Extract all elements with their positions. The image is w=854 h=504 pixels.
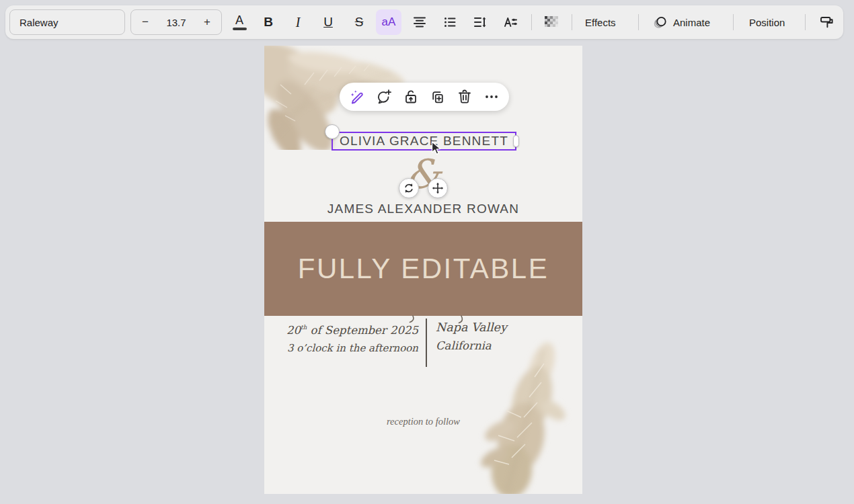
- duplicate-button[interactable]: [424, 83, 451, 111]
- toolbar-divider: [805, 14, 806, 30]
- bride-name-text[interactable]: OLIVIA GRACE BENNETT: [340, 134, 508, 149]
- transparency-button[interactable]: [539, 9, 564, 35]
- animate-label: Animate: [673, 17, 710, 28]
- date-line: 20th of September 2025: [286, 319, 418, 339]
- pampas-grass-bottom-right-image[interactable]: [459, 337, 582, 494]
- italic-button[interactable]: I: [285, 9, 311, 35]
- width-resize-handle[interactable]: [513, 135, 519, 147]
- move-handle-button[interactable]: [428, 178, 448, 198]
- time-line: 3 o’clock in the afternoon: [286, 339, 418, 358]
- rotation-handle[interactable]: [325, 124, 340, 139]
- ampersand-text[interactable]: &: [264, 152, 582, 196]
- rotate-handle-button[interactable]: [399, 178, 419, 198]
- position-label: Position: [749, 17, 785, 28]
- fully-editable-banner[interactable]: FULLY EDITABLE: [264, 222, 582, 316]
- animate-icon: [652, 14, 668, 30]
- copy-style-button[interactable]: [814, 9, 839, 35]
- font-size-decrease-button[interactable]: −: [135, 12, 155, 32]
- letter-spacing-icon: [502, 14, 518, 30]
- element-context-toolbar: [340, 83, 509, 111]
- date-time-block[interactable]: 20th of September 2025 3 o’clock in the …: [286, 319, 418, 358]
- text-color-icon: A: [233, 14, 247, 30]
- trash-icon: [456, 88, 473, 106]
- effects-label: Effects: [585, 17, 616, 28]
- format-toolbar: Raleway − 13.7 + A B I U S aA: [5, 5, 843, 39]
- text-color-button[interactable]: A: [227, 9, 252, 35]
- effects-button[interactable]: Effects: [578, 9, 623, 35]
- bold-button[interactable]: B: [256, 9, 281, 35]
- bulleted-list-button[interactable]: [437, 9, 463, 35]
- magic-pen-icon: [348, 88, 366, 106]
- transparency-checkerboard-icon: [544, 15, 559, 29]
- strikethrough-button[interactable]: S: [346, 9, 372, 35]
- paint-roller-icon: [818, 14, 835, 31]
- reception-note-text[interactable]: reception to follow: [264, 416, 582, 427]
- font-size-control: − 13.7 +: [130, 9, 222, 35]
- letter-case-button[interactable]: aA: [376, 9, 401, 35]
- venue-block[interactable]: Napa Valley California: [436, 319, 507, 355]
- position-button[interactable]: Position: [742, 9, 791, 35]
- underline-button[interactable]: U: [315, 9, 341, 35]
- vertical-divider-line: [426, 319, 427, 367]
- font-name-label: Raleway: [20, 17, 59, 28]
- comment-plus-icon: [375, 88, 393, 106]
- toolbar-divider: [733, 14, 734, 30]
- duplicate-icon: [429, 88, 447, 106]
- alignment-button[interactable]: [407, 9, 432, 35]
- design-page[interactable]: OLIVIA GRACE BENNETT &: [264, 46, 582, 494]
- animate-button[interactable]: Animate: [646, 9, 717, 35]
- font-size-value[interactable]: 13.7: [166, 17, 186, 28]
- font-selector[interactable]: Raleway: [9, 9, 125, 35]
- toolbar-divider: [638, 14, 639, 30]
- letter-spacing-button[interactable]: [498, 9, 523, 35]
- line-spacing-icon: [472, 14, 488, 30]
- venue-line-1: Napa Valley: [436, 319, 507, 337]
- move-icon: [432, 182, 444, 194]
- groom-name-text[interactable]: JAMES ALEXANDER ROWAN: [264, 202, 582, 216]
- text-selection-box[interactable]: OLIVIA GRACE BENNETT: [332, 132, 516, 151]
- lock-icon: [402, 88, 420, 106]
- lock-button[interactable]: [397, 83, 424, 111]
- toolbar-divider: [572, 14, 572, 30]
- toolbar-divider: [531, 14, 532, 30]
- rotate-icon: [403, 182, 415, 194]
- delete-button[interactable]: [451, 83, 478, 111]
- more-options-button[interactable]: [478, 83, 505, 111]
- line-spacing-button[interactable]: [467, 9, 493, 35]
- banner-label: FULLY EDITABLE: [298, 253, 549, 285]
- add-comment-button[interactable]: [371, 83, 397, 111]
- ellipsis-icon: [483, 88, 500, 106]
- align-center-icon: [412, 14, 428, 30]
- font-size-increase-button[interactable]: +: [197, 12, 217, 32]
- magic-edit-button[interactable]: [344, 83, 371, 111]
- venue-line-2: California: [436, 337, 507, 355]
- bulleted-list-icon: [442, 14, 458, 30]
